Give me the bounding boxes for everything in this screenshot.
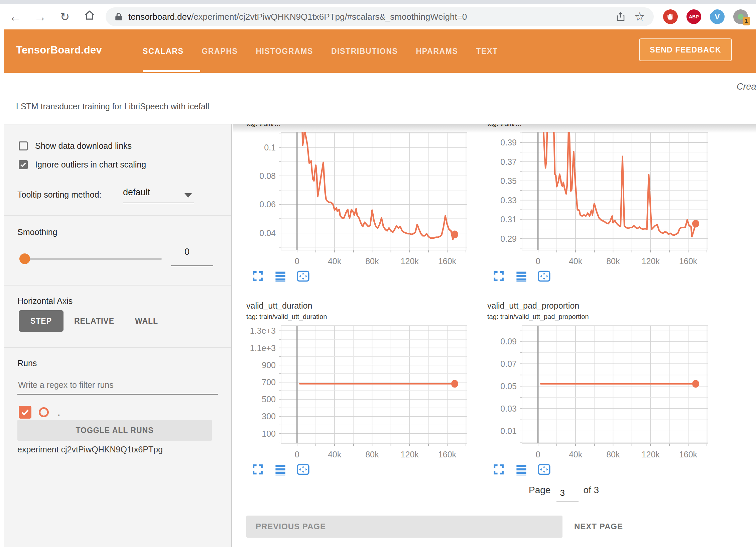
svg-text:0.29: 0.29 bbox=[500, 234, 517, 243]
expand-lines-icon[interactable] bbox=[515, 463, 528, 476]
svg-text:160k: 160k bbox=[679, 450, 698, 459]
ignore-outliers-label: Ignore outliers in chart scaling bbox=[35, 160, 146, 170]
reload-icon[interactable]: ↻ bbox=[57, 9, 72, 24]
svg-text:40k: 40k bbox=[569, 450, 583, 459]
page: ← → ↻ tensorboard.dev /experiment/cj2vtP… bbox=[0, 0, 756, 547]
fullscreen-icon[interactable] bbox=[492, 270, 505, 283]
toggle-all-runs-button[interactable]: TOGGLE ALL RUNS bbox=[17, 420, 212, 441]
page-number-input[interactable]: 3 bbox=[556, 488, 579, 502]
abp-extension-icon[interactable]: ABP bbox=[686, 9, 701, 24]
axis-relative-button[interactable]: RELATIVE bbox=[74, 310, 114, 332]
svg-text:0.1: 0.1 bbox=[264, 143, 276, 152]
back-icon[interactable]: ← bbox=[8, 9, 23, 24]
svg-text:80k: 80k bbox=[365, 450, 379, 459]
expand-lines-icon[interactable] bbox=[274, 463, 287, 476]
ignore-outliers-row[interactable]: Ignore outliers in chart scaling bbox=[19, 160, 146, 170]
svg-text:0.03: 0.03 bbox=[500, 404, 517, 413]
show-download-links-row[interactable]: Show data download links bbox=[19, 141, 132, 151]
fullscreen-icon[interactable] bbox=[251, 463, 264, 476]
svg-text:1.1e+3: 1.1e+3 bbox=[250, 343, 276, 353]
created-text-fragment: Crea bbox=[737, 82, 756, 92]
expand-lines-icon[interactable] bbox=[274, 270, 287, 283]
svg-text:1.3e+3: 1.3e+3 bbox=[250, 326, 276, 335]
fullscreen-icon[interactable] bbox=[492, 463, 505, 476]
tab-scalars[interactable]: SCALARS bbox=[143, 47, 183, 56]
tab-graphs[interactable]: GRAPHS bbox=[202, 47, 238, 56]
smoothing-value-input[interactable]: 0 bbox=[171, 247, 213, 266]
svg-text:0: 0 bbox=[536, 450, 540, 459]
svg-text:80k: 80k bbox=[606, 256, 620, 266]
home-icon[interactable] bbox=[82, 9, 97, 25]
tab-hparams[interactable]: HPARAMS bbox=[416, 47, 458, 56]
forward-icon[interactable]: → bbox=[33, 9, 47, 24]
experiment-title: LSTM transducer training for LibriSpeech… bbox=[16, 102, 209, 111]
tensorboard-header: TensorBoard.dev SCALARS GRAPHS HISTOGRAM… bbox=[4, 29, 756, 73]
chart-toolbar bbox=[474, 460, 715, 479]
svg-text:0.08: 0.08 bbox=[259, 171, 276, 181]
profile-badge: 1 bbox=[743, 17, 750, 25]
svg-text:0: 0 bbox=[295, 256, 299, 266]
scalar-line-chart[interactable]: 040k80k120k160k1003005007009001.1e+31.3e… bbox=[233, 322, 474, 460]
expand-lines-icon[interactable] bbox=[515, 270, 528, 283]
tab-text[interactable]: TEXT bbox=[476, 47, 498, 56]
chart-toolbar bbox=[233, 267, 474, 286]
svg-text:100: 100 bbox=[262, 429, 276, 438]
show-download-links-checkbox[interactable] bbox=[19, 141, 28, 150]
scalar-line-chart[interactable]: 040k80k120k160k0.040.060.080.1 bbox=[233, 129, 474, 267]
axis-step-button[interactable]: STEP bbox=[19, 310, 64, 332]
svg-text:80k: 80k bbox=[606, 450, 620, 459]
tooltip-sorting-label: Tooltip sorting method: bbox=[17, 190, 102, 200]
svg-text:160k: 160k bbox=[679, 256, 698, 266]
svg-text:300: 300 bbox=[262, 412, 276, 421]
v-label: V bbox=[715, 12, 720, 21]
run-row[interactable]: . bbox=[19, 406, 60, 419]
runs-label: Runs bbox=[17, 358, 37, 368]
chart-title: valid_utt_pad_proportion bbox=[474, 300, 715, 312]
axis-wall-button[interactable]: WALL bbox=[135, 310, 158, 332]
chart-tag: tag: train/valid_utt_pad_proportion bbox=[474, 312, 715, 322]
profile-extension-icon[interactable]: 1 bbox=[733, 9, 748, 24]
send-feedback-button[interactable]: SEND FEEDBACK bbox=[639, 38, 732, 61]
stop-hand-extension-icon[interactable] bbox=[663, 9, 678, 24]
fit-domain-icon[interactable] bbox=[297, 463, 309, 476]
fit-domain-icon[interactable] bbox=[538, 463, 550, 476]
lock-icon bbox=[114, 12, 123, 22]
share-icon[interactable] bbox=[616, 11, 626, 22]
chart-card-valid-utt-pad-proportion: valid_utt_pad_proportion tag: train/vali… bbox=[474, 300, 715, 479]
tab-distributions[interactable]: DISTRIBUTIONS bbox=[331, 47, 398, 56]
url-bar[interactable]: tensorboard.dev /experiment/cj2vtPiwQHKN… bbox=[106, 7, 654, 26]
svg-text:700: 700 bbox=[262, 377, 276, 387]
run-checkbox[interactable] bbox=[19, 406, 31, 419]
settings-sidebar: Show data download links Ignore outliers… bbox=[4, 124, 232, 547]
svg-text:80k: 80k bbox=[365, 256, 379, 266]
svg-text:0.01: 0.01 bbox=[500, 426, 517, 436]
next-page-button[interactable]: NEXT PAGE bbox=[574, 516, 623, 538]
fit-domain-icon[interactable] bbox=[297, 270, 309, 283]
divider bbox=[4, 285, 231, 286]
url-path: /experiment/cj2vtPiwQHKN9Q1tx6PTpg/#scal… bbox=[191, 12, 467, 22]
ignore-outliers-checkbox[interactable] bbox=[19, 160, 28, 169]
chart-tag: tag: train/valid_utt_duration bbox=[233, 312, 474, 322]
chart-card-valid-utt-duration: valid_utt_duration tag: train/valid_utt_… bbox=[233, 300, 474, 479]
v-extension-icon[interactable]: V bbox=[710, 9, 725, 24]
tooltip-sorting-dropdown[interactable]: default bbox=[123, 187, 194, 203]
bookmark-star-icon[interactable]: ☆ bbox=[634, 11, 645, 23]
scalar-line-chart[interactable]: 040k80k120k160k0.010.030.050.070.09 bbox=[474, 322, 715, 460]
chart-tag: tag: train/… bbox=[474, 124, 715, 129]
svg-text:40k: 40k bbox=[328, 256, 342, 266]
experiment-name: experiment cj2vtPiwQHKN9Q1tx6PTpg bbox=[17, 445, 163, 454]
tab-histograms[interactable]: HISTOGRAMS bbox=[256, 47, 313, 56]
previous-page-button[interactable]: PREVIOUS PAGE bbox=[246, 516, 562, 538]
fullscreen-icon[interactable] bbox=[251, 270, 264, 283]
svg-text:500: 500 bbox=[262, 395, 276, 404]
smoothing-slider-track[interactable] bbox=[25, 258, 162, 260]
smoothing-slider-thumb[interactable] bbox=[19, 253, 30, 264]
scalar-line-chart[interactable]: 040k80k120k160k0.290.310.330.350.370.39 bbox=[474, 129, 715, 267]
fit-domain-icon[interactable] bbox=[538, 270, 550, 283]
runs-regex-input[interactable] bbox=[17, 376, 218, 395]
horizontal-axis-label: Horizontal Axis bbox=[17, 296, 73, 306]
svg-text:120k: 120k bbox=[642, 450, 660, 459]
charts-content: tag: train/… 040k80k120k160k0.040.060.08… bbox=[233, 124, 756, 547]
tensorboard-app: TensorBoard.dev SCALARS GRAPHS HISTOGRAM… bbox=[4, 29, 756, 547]
svg-text:0.35: 0.35 bbox=[500, 176, 517, 186]
